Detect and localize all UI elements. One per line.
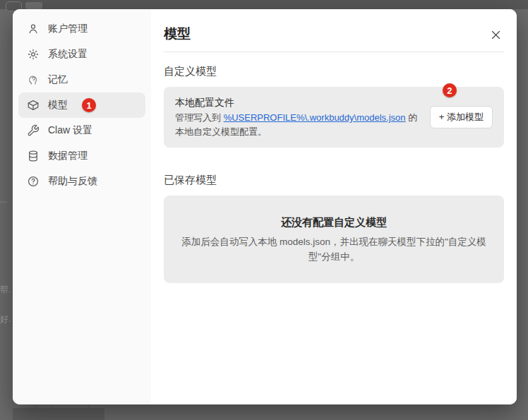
- sidebar-item-label: 记忆: [48, 73, 68, 86]
- header-divider: [164, 52, 504, 52]
- wrench-icon: [27, 124, 40, 137]
- memory-icon: [27, 73, 40, 86]
- settings-modal: 账户管理 系统设置 记忆 模型 1 Claw 设置: [13, 9, 517, 404]
- database-icon: [27, 150, 40, 162]
- background-app-titlebar: [0, 0, 528, 9]
- background-text-fragment: ...: [0, 195, 11, 205]
- sidebar-item-models[interactable]: 模型 1: [18, 92, 145, 118]
- close-icon: [491, 30, 501, 40]
- sidebar-item-label: 模型: [48, 99, 68, 112]
- page-title: 模型: [164, 25, 191, 43]
- sidebar-item-label: Claw 设置: [48, 124, 92, 137]
- sidebar-item-label: 账户管理: [48, 23, 88, 35]
- sidebar-item-help[interactable]: 帮助与反馈: [18, 169, 145, 194]
- sidebar-item-label: 系统设置: [48, 48, 88, 61]
- background-text-fragment: 帮..: [0, 284, 11, 296]
- description-text: 管理写入到: [175, 112, 224, 123]
- saved-models-empty-state: 还没有配置自定义模型 添加后会自动写入本地 models.json，并出现在聊天…: [164, 196, 504, 283]
- close-button[interactable]: [487, 26, 504, 43]
- sidebar-item-label: 数据管理: [48, 150, 88, 162]
- add-model-button[interactable]: + 添加模型: [430, 106, 493, 128]
- custom-models-heading: 自定义模型: [164, 64, 504, 78]
- step-badge-1: 1: [82, 98, 96, 112]
- background-window-tab: [25, 2, 42, 9]
- help-icon: [27, 175, 40, 188]
- settings-sidebar: 账户管理 系统设置 记忆 模型 1 Claw 设置: [13, 9, 151, 404]
- local-config-description: 管理写入到 %USERPROFILE%\.workbuddy\models.js…: [175, 111, 419, 139]
- background-panel-edge: [13, 408, 104, 420]
- add-model-button-area: 2 + 添加模型: [430, 106, 493, 128]
- local-config-info: 本地配置文件 管理写入到 %USERPROFILE%\.workbuddy\mo…: [175, 95, 419, 139]
- sidebar-item-data[interactable]: 数据管理: [18, 143, 145, 169]
- step-badge-2: 2: [443, 83, 457, 97]
- sidebar-item-system-settings[interactable]: 系统设置: [18, 42, 145, 67]
- saved-models-heading: 已保存模型: [164, 173, 504, 187]
- panel-header: 模型: [164, 25, 504, 43]
- models-json-path-link[interactable]: %USERPROFILE%\.workbuddy\models.json: [224, 112, 406, 123]
- user-icon: [27, 23, 40, 35]
- sidebar-item-account[interactable]: 账户管理: [18, 16, 145, 42]
- sidebar-item-label: 帮助与反馈: [48, 175, 97, 188]
- local-config-title: 本地配置文件: [175, 95, 419, 109]
- empty-state-description: 添加后会自动写入本地 models.json，并出现在聊天模型下拉的"自定义模型…: [178, 234, 490, 264]
- cube-icon: [27, 99, 40, 112]
- sidebar-item-memory[interactable]: 记忆: [18, 67, 145, 92]
- models-panel: 模型 自定义模型 本地配置文件 管理写入到 %USERPROFILE%\.wor…: [151, 9, 517, 404]
- gear-icon: [27, 48, 40, 61]
- background-text-fragment: 好.: [0, 313, 11, 325]
- local-config-card: 本地配置文件 管理写入到 %USERPROFILE%\.workbuddy\mo…: [164, 87, 504, 148]
- sidebar-item-claw-settings[interactable]: Claw 设置: [18, 118, 145, 143]
- empty-state-title: 还没有配置自定义模型: [178, 215, 490, 230]
